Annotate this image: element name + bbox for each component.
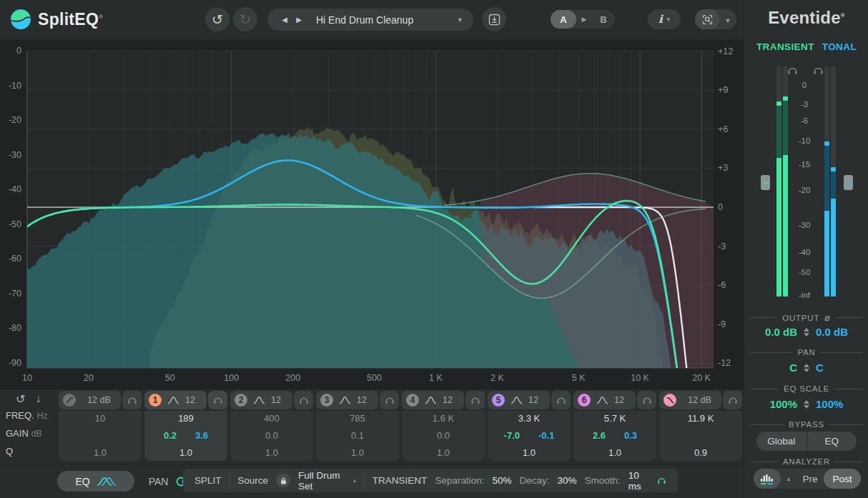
band-reset-icon[interactable]: ↺: [16, 392, 25, 406]
band-solo-button[interactable]: [208, 391, 227, 409]
band-gain-transient[interactable]: -7.0: [504, 430, 520, 441]
analyzer-post-button[interactable]: Post: [824, 469, 861, 489]
band-q-value[interactable]: 1.0: [488, 447, 571, 458]
eq-scale-transient-value[interactable]: 100%: [770, 398, 797, 410]
tonal-solo-headphone-icon[interactable]: [813, 66, 824, 75]
transient-audition-headphone-icon[interactable]: [657, 476, 666, 485]
eq-scale-link-stepper[interactable]: [804, 400, 809, 409]
eq-graph[interactable]: 0-10-20-30-40-50-60-70-80-90+12+9+6+30-3…: [0, 39, 744, 389]
undo-button[interactable]: ↺: [205, 7, 230, 31]
band-number-chip[interactable]: 1: [149, 394, 162, 407]
band-header[interactable]: 4 12: [402, 391, 464, 409]
analyzer-toggle-button[interactable]: [754, 469, 781, 489]
band-solo-button[interactable]: [637, 391, 656, 409]
preset-next-button[interactable]: ▶: [292, 16, 306, 24]
band-freq-value[interactable]: 400: [230, 413, 313, 424]
band-header[interactable]: 6 12: [573, 391, 636, 409]
source-dropdown-icon[interactable]: ▴: [353, 477, 356, 484]
band-header[interactable]: 1 12: [144, 391, 207, 409]
band-freq-value[interactable]: 11.9 K: [659, 413, 742, 424]
pan-transient-value[interactable]: C: [789, 362, 797, 374]
save-preset-button[interactable]: [482, 7, 506, 31]
highpass-chip[interactable]: [63, 394, 76, 407]
ab-b-button[interactable]: B: [592, 14, 615, 25]
band-gain-transient[interactable]: 2.6: [593, 430, 606, 441]
band-header[interactable]: 3 12: [316, 391, 378, 409]
band-solo-button[interactable]: [723, 391, 742, 409]
band-number-chip[interactable]: 5: [492, 394, 505, 407]
band-header[interactable]: 12 dB: [59, 391, 121, 409]
preset-selector[interactable]: ◀ ▶ Hi End Drum Cleanup ▼: [267, 9, 473, 31]
tonal-gain-handle[interactable]: [844, 175, 853, 190]
band-solo-button[interactable]: [551, 391, 571, 409]
analyzer-options-button[interactable]: ▲: [781, 476, 797, 482]
smooth-value[interactable]: 10 ms: [628, 470, 649, 492]
preset-name[interactable]: Hi End Drum Cleanup: [306, 14, 457, 26]
eq-scale-tonal-value[interactable]: 100%: [816, 398, 843, 410]
band-slope[interactable]: 12: [614, 395, 624, 405]
output-link-stepper[interactable]: [804, 328, 809, 337]
band-freq-value[interactable]: 3.3 K: [488, 413, 571, 424]
preset-prev-button[interactable]: ◀: [277, 16, 292, 24]
eq-view-button[interactable]: EQ: [57, 471, 134, 492]
pan-tonal-value[interactable]: C: [816, 362, 824, 374]
band-number-chip[interactable]: 3: [320, 394, 333, 407]
phase-invert-icon[interactable]: ⌀: [824, 312, 831, 323]
band-header[interactable]: 2 12: [230, 391, 292, 409]
band-slope[interactable]: 12: [528, 395, 538, 405]
analyzer-pre-button[interactable]: Pre: [797, 474, 824, 484]
band-gain-tonal[interactable]: 3.6: [195, 430, 208, 441]
band-solo-button[interactable]: [465, 391, 485, 409]
band-freq-value[interactable]: 1.6 K: [402, 413, 485, 424]
band-q-value[interactable]: 1.0: [230, 447, 313, 458]
band-flatten-icon[interactable]: ↓: [35, 392, 41, 406]
band-number-chip[interactable]: 4: [406, 394, 419, 407]
band-q-value[interactable]: 1.0: [144, 447, 227, 458]
preset-search-icon[interactable]: [695, 9, 719, 29]
transient-gain-handle[interactable]: [761, 175, 770, 190]
band-freq-value[interactable]: 785: [316, 413, 399, 424]
transient-solo-headphone-icon[interactable]: [787, 66, 798, 75]
browser-dropdown[interactable]: ▼: [719, 13, 736, 26]
band-gain-transient[interactable]: 0.2: [164, 430, 177, 441]
band-q-value[interactable]: 1.0: [316, 447, 399, 458]
band-freq-value[interactable]: 5.7 K: [573, 413, 656, 424]
band-slope[interactable]: 12 dB: [87, 395, 111, 405]
band-header[interactable]: 5 12: [488, 391, 550, 409]
decay-value[interactable]: 30%: [558, 475, 577, 486]
ab-copy-arrow[interactable]: ▶: [576, 16, 592, 23]
band-gain[interactable]: 0.0: [230, 430, 313, 441]
bypass-global-button[interactable]: Global: [756, 432, 807, 451]
source-value[interactable]: Full Drum Set: [298, 470, 345, 492]
band-solo-button[interactable]: [122, 391, 142, 409]
band-gain-tonal[interactable]: -0.1: [538, 430, 554, 441]
source-lock-button[interactable]: [276, 474, 290, 487]
preset-browser-button[interactable]: ▼: [695, 9, 736, 29]
band-q-value[interactable]: 1.0: [59, 447, 142, 458]
band-number-chip[interactable]: 2: [235, 394, 247, 407]
band-freq-value[interactable]: 10: [59, 413, 142, 424]
lowpass-chip[interactable]: [664, 394, 676, 407]
band-q-value[interactable]: 1.0: [573, 447, 656, 458]
ab-a-button[interactable]: A: [551, 10, 576, 29]
band-q-value[interactable]: 1.0: [402, 447, 485, 458]
bypass-eq-button[interactable]: EQ: [807, 432, 857, 451]
tonal-stream-label[interactable]: TONAL: [822, 41, 857, 52]
band-slope[interactable]: 12: [443, 395, 453, 405]
info-menu-button[interactable]: i ▾: [648, 9, 681, 29]
band-slope[interactable]: 12: [271, 395, 281, 405]
band-slope[interactable]: 12: [357, 395, 367, 405]
output-transient-value[interactable]: 0.0 dB: [765, 326, 797, 338]
band-gain-tonal[interactable]: 0.3: [624, 430, 637, 441]
redo-button[interactable]: ↻: [233, 7, 257, 31]
band-number-chip[interactable]: 6: [578, 394, 591, 407]
band-gain[interactable]: 0.1: [316, 430, 399, 441]
output-tonal-value[interactable]: 0.0 dB: [816, 326, 848, 338]
band-solo-button[interactable]: [380, 391, 399, 409]
band-q-value[interactable]: 0.9: [659, 447, 742, 458]
band-slope[interactable]: 12: [185, 395, 195, 405]
band-slope[interactable]: 12 dB: [688, 395, 711, 405]
band-solo-button[interactable]: [294, 391, 313, 409]
transient-stream-label[interactable]: TRANSIENT: [756, 41, 814, 52]
band-gain[interactable]: 0.0: [402, 430, 485, 441]
